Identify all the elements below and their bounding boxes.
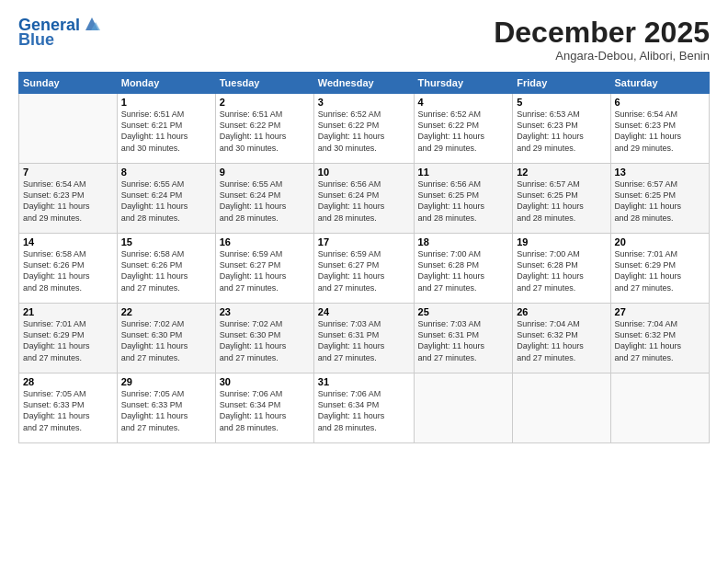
col-sunday: Sunday [19,73,118,94]
day-info: Sunrise: 7:04 AM Sunset: 6:32 PM Dayligh… [517,318,606,363]
day-number: 17 [318,236,410,247]
day-info: Sunrise: 6:51 AM Sunset: 6:22 PM Dayligh… [220,109,310,154]
day-number: 20 [615,236,705,247]
day-cell: 28Sunrise: 7:05 AM Sunset: 6:33 PM Dayli… [19,373,118,443]
day-cell: 9Sunrise: 6:55 AM Sunset: 6:24 PM Daylig… [215,164,313,234]
day-number: 14 [23,236,113,247]
day-number: 5 [517,97,606,108]
day-cell: 7Sunrise: 6:54 AM Sunset: 6:23 PM Daylig… [19,164,118,234]
day-info: Sunrise: 7:01 AM Sunset: 6:29 PM Dayligh… [23,318,113,363]
day-cell: 29Sunrise: 7:05 AM Sunset: 6:33 PM Dayli… [117,373,215,443]
day-number: 27 [615,306,705,317]
day-cell: 12Sunrise: 6:57 AM Sunset: 6:25 PM Dayli… [513,164,610,234]
day-info: Sunrise: 7:00 AM Sunset: 6:28 PM Dayligh… [517,248,606,293]
header-row: Sunday Monday Tuesday Wednesday Thursday… [19,73,710,94]
day-number: 1 [121,97,211,108]
day-number: 22 [121,306,211,317]
day-cell: 30Sunrise: 7:06 AM Sunset: 6:34 PM Dayli… [215,373,313,443]
page: General Blue December 2025 Angara-Debou,… [0,0,728,563]
week-row-1: 1Sunrise: 6:51 AM Sunset: 6:21 PM Daylig… [19,94,710,164]
calendar-table: Sunday Monday Tuesday Wednesday Thursday… [18,72,710,443]
week-row-3: 14Sunrise: 6:58 AM Sunset: 6:26 PM Dayli… [19,234,710,304]
day-info: Sunrise: 6:54 AM Sunset: 6:23 PM Dayligh… [615,109,705,154]
day-info: Sunrise: 7:00 AM Sunset: 6:28 PM Dayligh… [418,248,509,293]
day-number: 9 [220,167,310,178]
day-info: Sunrise: 6:54 AM Sunset: 6:23 PM Dayligh… [23,178,113,224]
week-row-2: 7Sunrise: 6:54 AM Sunset: 6:23 PM Daylig… [19,164,710,234]
day-number: 3 [318,97,410,108]
week-row-4: 21Sunrise: 7:01 AM Sunset: 6:29 PM Dayli… [19,304,710,373]
day-info: Sunrise: 6:56 AM Sunset: 6:24 PM Dayligh… [318,178,410,224]
day-cell: 31Sunrise: 7:06 AM Sunset: 6:34 PM Dayli… [313,373,414,443]
day-cell [610,373,709,443]
day-cell [414,373,513,443]
day-info: Sunrise: 7:01 AM Sunset: 6:29 PM Dayligh… [615,248,705,293]
day-info: Sunrise: 6:51 AM Sunset: 6:21 PM Dayligh… [121,109,211,154]
header: General Blue December 2025 Angara-Debou,… [18,17,710,63]
day-number: 11 [418,167,509,178]
day-cell: 16Sunrise: 6:59 AM Sunset: 6:27 PM Dayli… [215,234,313,304]
col-tuesday: Tuesday [215,73,313,94]
logo-icon [82,14,102,34]
day-cell: 21Sunrise: 7:01 AM Sunset: 6:29 PM Dayli… [19,304,118,373]
day-cell: 5Sunrise: 6:53 AM Sunset: 6:23 PM Daylig… [513,94,610,164]
day-info: Sunrise: 7:04 AM Sunset: 6:32 PM Dayligh… [615,318,705,363]
day-cell: 18Sunrise: 7:00 AM Sunset: 6:28 PM Dayli… [414,234,513,304]
logo: General Blue [18,17,102,50]
logo-text2: Blue [18,31,54,50]
day-cell: 17Sunrise: 6:59 AM Sunset: 6:27 PM Dayli… [313,234,414,304]
day-cell: 3Sunrise: 6:52 AM Sunset: 6:22 PM Daylig… [313,94,414,164]
day-info: Sunrise: 6:56 AM Sunset: 6:25 PM Dayligh… [418,178,509,224]
day-number: 21 [23,306,113,317]
day-cell [513,373,610,443]
day-info: Sunrise: 7:05 AM Sunset: 6:33 PM Dayligh… [23,388,113,433]
day-number: 15 [121,236,211,247]
day-number: 31 [318,376,410,387]
subtitle: Angara-Debou, Alibori, Benin [494,49,710,63]
day-cell: 6Sunrise: 6:54 AM Sunset: 6:23 PM Daylig… [610,94,709,164]
day-cell: 25Sunrise: 7:03 AM Sunset: 6:31 PM Dayli… [414,304,513,373]
day-info: Sunrise: 7:03 AM Sunset: 6:31 PM Dayligh… [318,318,410,363]
day-info: Sunrise: 6:52 AM Sunset: 6:22 PM Dayligh… [318,109,410,154]
day-number: 13 [615,167,705,178]
week-row-5: 28Sunrise: 7:05 AM Sunset: 6:33 PM Dayli… [19,373,710,443]
day-number: 23 [220,306,310,317]
day-number: 19 [517,236,606,247]
day-info: Sunrise: 7:06 AM Sunset: 6:34 PM Dayligh… [220,388,310,433]
day-number: 18 [418,236,509,247]
day-info: Sunrise: 6:57 AM Sunset: 6:25 PM Dayligh… [517,178,606,224]
day-number: 30 [220,376,310,387]
day-info: Sunrise: 6:55 AM Sunset: 6:24 PM Dayligh… [220,178,310,224]
title-block: December 2025 Angara-Debou, Alibori, Ben… [494,17,710,63]
day-number: 29 [121,376,211,387]
col-saturday: Saturday [610,73,709,94]
day-number: 10 [318,167,410,178]
day-info: Sunrise: 6:55 AM Sunset: 6:24 PM Dayligh… [121,178,211,224]
day-info: Sunrise: 6:58 AM Sunset: 6:26 PM Dayligh… [121,248,211,293]
day-cell: 1Sunrise: 6:51 AM Sunset: 6:21 PM Daylig… [117,94,215,164]
day-cell: 14Sunrise: 6:58 AM Sunset: 6:26 PM Dayli… [19,234,118,304]
day-cell: 4Sunrise: 6:52 AM Sunset: 6:22 PM Daylig… [414,94,513,164]
col-wednesday: Wednesday [313,73,414,94]
day-cell [19,94,118,164]
col-friday: Friday [513,73,610,94]
day-info: Sunrise: 7:03 AM Sunset: 6:31 PM Dayligh… [418,318,509,363]
day-info: Sunrise: 6:58 AM Sunset: 6:26 PM Dayligh… [23,248,113,293]
day-info: Sunrise: 6:53 AM Sunset: 6:23 PM Dayligh… [517,109,606,154]
day-number: 2 [220,97,310,108]
col-monday: Monday [117,73,215,94]
day-number: 7 [23,167,113,178]
day-cell: 27Sunrise: 7:04 AM Sunset: 6:32 PM Dayli… [610,304,709,373]
day-number: 25 [418,306,509,317]
day-info: Sunrise: 7:02 AM Sunset: 6:30 PM Dayligh… [220,318,310,363]
day-cell: 2Sunrise: 6:51 AM Sunset: 6:22 PM Daylig… [215,94,313,164]
day-cell: 24Sunrise: 7:03 AM Sunset: 6:31 PM Dayli… [313,304,414,373]
day-info: Sunrise: 6:59 AM Sunset: 6:27 PM Dayligh… [220,248,310,293]
day-number: 24 [318,306,410,317]
day-cell: 10Sunrise: 6:56 AM Sunset: 6:24 PM Dayli… [313,164,414,234]
day-number: 8 [121,167,211,178]
day-cell: 13Sunrise: 6:57 AM Sunset: 6:25 PM Dayli… [610,164,709,234]
day-info: Sunrise: 6:57 AM Sunset: 6:25 PM Dayligh… [615,178,705,224]
day-number: 26 [517,306,606,317]
day-number: 28 [23,376,113,387]
